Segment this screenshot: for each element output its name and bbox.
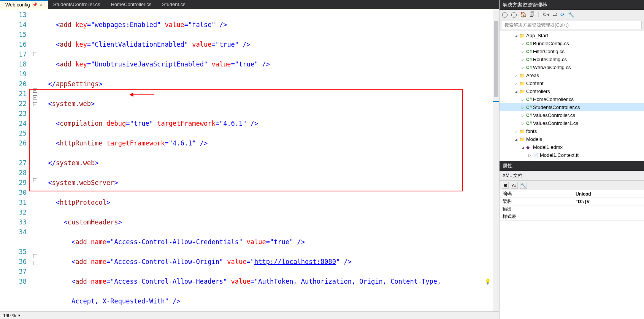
collapse-icon[interactable]: ⇄ <box>553 11 557 17</box>
fold-icon[interactable]: − <box>33 52 37 56</box>
csharp-icon: C# <box>526 49 533 54</box>
tree-item-label: FilterConfig.cs <box>533 49 565 54</box>
sync-icon[interactable]: 🗐 <box>530 11 535 17</box>
tree-item[interactable]: ▷C#HomeController.cs <box>500 95 644 103</box>
fold-icon[interactable]: − <box>33 102 37 106</box>
refresh2-icon[interactable]: ⟳ <box>560 11 565 17</box>
expand-icon[interactable]: ◢ <box>515 34 519 38</box>
close-icon[interactable]: × <box>40 2 43 8</box>
expand-icon[interactable]: ▷ <box>515 82 519 85</box>
wrench-icon[interactable]: 🔧 <box>520 182 527 189</box>
properties-icon[interactable]: 🔧 <box>568 11 574 17</box>
expand-icon[interactable]: ▷ <box>522 98 526 101</box>
solution-tree[interactable]: ◢📁App_Start▷C#BundleConfig.cs▷C#FilterCo… <box>500 31 644 161</box>
code-content[interactable]: <add key="webpages:Enabled" value="false… <box>39 10 499 311</box>
expand-icon[interactable]: ▷ <box>522 106 526 109</box>
vertical-scrollbar[interactable] <box>493 10 499 311</box>
property-key: 样式表 <box>500 213 576 220</box>
expand-icon[interactable]: ▷ <box>515 129 519 133</box>
tree-item-label: App_Start <box>526 33 548 38</box>
tab-web-config[interactable]: Web.config📌× <box>0 0 48 9</box>
property-value: Unicod <box>576 191 644 197</box>
property-row[interactable]: 样式表 <box>500 213 644 221</box>
tree-item-label: ValuesController.cs <box>533 112 575 118</box>
folder-icon: 📁 <box>519 33 526 38</box>
fold-icon[interactable]: − <box>33 254 37 258</box>
tree-item[interactable]: ◢◆Model1.edmx <box>500 143 644 151</box>
tree-item[interactable]: ▷📁Content <box>500 79 644 87</box>
expand-icon[interactable]: ▷ <box>522 122 526 125</box>
expand-icon[interactable]: ▷ <box>515 74 519 77</box>
property-row[interactable]: 输出 <box>500 205 644 213</box>
refresh-icon[interactable]: ↻▾ <box>542 11 550 17</box>
folder-icon: 📁 <box>519 73 526 78</box>
tree-item[interactable]: ▷C#StudentsController.cs <box>500 103 644 111</box>
csharp-icon: C# <box>526 65 533 70</box>
tree-item-label: HomeController.cs <box>533 96 574 102</box>
tree-item-label: Controllers <box>526 88 550 94</box>
tree-item-label: fonts <box>526 128 537 134</box>
tree-item[interactable]: ◢📁Controllers <box>500 87 644 95</box>
tab-students-controller[interactable]: StudentsController.cs <box>48 0 106 9</box>
properties-subtitle: XML 文档 <box>500 171 644 181</box>
property-row[interactable]: 编码Unicod <box>500 190 644 198</box>
zoom-level[interactable]: 140 % ▼ <box>0 311 499 319</box>
code-editor[interactable]: 1314151617181920212223242526272829303132… <box>0 9 499 311</box>
tree-item-label: RouteConfig.cs <box>533 57 567 62</box>
back-icon[interactable]: ◯ <box>502 11 508 17</box>
fold-icon[interactable]: − <box>33 261 37 265</box>
editor-tabs: Web.config📌× StudentsController.cs HomeC… <box>0 0 499 9</box>
tree-item-label: Content <box>526 81 544 86</box>
expand-icon[interactable]: ◢ <box>522 145 526 149</box>
tree-item[interactable]: ▷C#FilterConfig.cs <box>500 47 644 55</box>
expand-icon[interactable]: ◢ <box>515 90 519 93</box>
csharp-icon: C# <box>526 105 533 110</box>
alphabetize-icon[interactable]: A↓ <box>511 182 518 189</box>
edmx-icon: ◆ <box>526 145 533 150</box>
fold-icon[interactable]: − <box>33 88 37 93</box>
expand-icon[interactable]: ▷ <box>528 153 533 157</box>
property-row[interactable]: 架构"D:\ [V <box>500 198 644 205</box>
tree-item-label: Model1.edmx <box>533 144 563 150</box>
tree-item-label: Models <box>526 136 542 142</box>
tree-item-label: Model1.Context.tt <box>540 152 579 158</box>
tree-item[interactable]: ▷C#WebApiConfig.cs <box>500 63 644 71</box>
tree-item[interactable]: ▷📄Model1.Context.tt <box>500 151 644 159</box>
tree-item[interactable]: ▷📁Areas <box>500 71 644 79</box>
expand-icon[interactable]: ▷ <box>522 50 526 54</box>
properties-title: 属性 <box>500 161 644 171</box>
tree-item[interactable]: ▷C#ValuesController.cs <box>500 111 644 119</box>
tree-item[interactable]: ▷C#RouteConfig.cs <box>500 55 644 63</box>
search-input[interactable] <box>502 21 642 29</box>
expand-icon[interactable]: ▷ <box>522 66 526 69</box>
categorize-icon[interactable]: ⊞ <box>502 182 509 189</box>
fold-icon[interactable]: − <box>33 178 37 182</box>
tree-item[interactable]: ◢📁Models <box>500 135 644 143</box>
csharp-icon: C# <box>526 57 533 62</box>
property-key: 编码 <box>500 191 576 197</box>
tree-item-label: BundleConfig.cs <box>533 41 569 46</box>
expand-icon[interactable]: ▷ <box>522 114 526 117</box>
properties-grid[interactable]: 编码Unicod架构"D:\ [V输出样式表 <box>500 190 644 319</box>
fold-column: −−−−−−− <box>31 10 39 311</box>
light-bulb-icon[interactable]: 💡 <box>484 276 491 286</box>
expand-icon[interactable]: ◢ <box>515 137 519 141</box>
file-icon: 📄 <box>533 153 540 158</box>
csharp-icon: C# <box>526 41 533 46</box>
forward-icon[interactable]: ◯ <box>511 11 517 17</box>
solution-explorer-title: 解决方案资源管理器 <box>500 0 644 10</box>
pin-icon: 📌 <box>32 2 38 7</box>
tree-item[interactable]: ▷📁fonts <box>500 127 644 135</box>
property-value: "D:\ [V <box>576 199 644 204</box>
expand-icon[interactable]: ▷ <box>522 42 526 46</box>
tree-item[interactable]: ▷C#BundleConfig.cs <box>500 39 644 47</box>
tree-item[interactable]: ◢📁App_Start <box>500 32 644 39</box>
expand-icon[interactable]: ▷ <box>522 58 526 62</box>
fold-icon[interactable]: − <box>33 95 37 99</box>
home-icon[interactable]: 🏠 <box>520 11 527 17</box>
tab-home-controller[interactable]: HomeController.cs <box>105 0 157 9</box>
csharp-icon: C# <box>526 97 533 102</box>
property-key: 输出 <box>500 206 576 212</box>
tab-student[interactable]: Student.cs <box>157 0 190 9</box>
tree-item[interactable]: ▷C#ValuesController1.cs <box>500 119 644 127</box>
